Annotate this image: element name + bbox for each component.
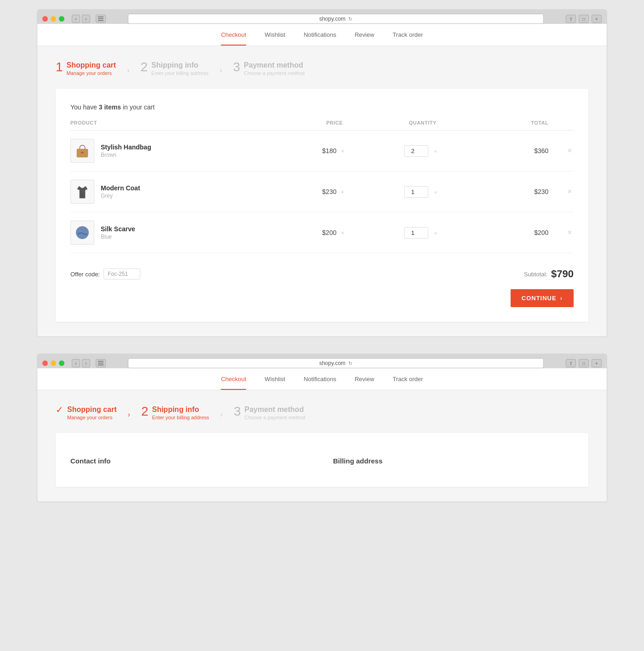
total-handbag: $360 xyxy=(534,147,548,154)
cart-summary: You have 3 items in your cart xyxy=(70,103,574,111)
dot-yellow[interactable] xyxy=(51,16,56,22)
browser-dots-1 xyxy=(42,16,64,22)
nav-notifications-2[interactable]: Notifications xyxy=(304,376,336,390)
step2-2-subtitle: Enter your billing address xyxy=(152,415,209,420)
share-icon-2[interactable]: ⇧ xyxy=(566,359,576,367)
remove-handbag[interactable]: × xyxy=(566,147,574,155)
svg-rect-7 xyxy=(98,363,104,364)
price-coat: $230 xyxy=(322,188,336,195)
back-arrow-2[interactable]: ‹ xyxy=(72,359,80,367)
refresh-icon-2[interactable]: ↻ xyxy=(348,360,352,366)
nav-review-2[interactable]: Review xyxy=(355,376,374,390)
new-tab-icon-2[interactable]: □ xyxy=(579,359,589,367)
svg-rect-0 xyxy=(98,17,104,17)
step1-title: Shopping cart xyxy=(67,61,116,69)
price-handbag: $180 xyxy=(322,147,336,154)
remove-coat[interactable]: × xyxy=(566,188,574,196)
continue-arrow-icon: › xyxy=(560,295,563,302)
price-scarf: $200 xyxy=(322,229,336,236)
nav-wishlist-1[interactable]: Wishlist xyxy=(264,31,285,46)
billing-address-section: Billing address xyxy=(333,457,574,472)
qty-scarf[interactable] xyxy=(404,227,428,239)
browser-right-icons-2: ⇧ □ + xyxy=(566,359,602,367)
dot-green-2[interactable] xyxy=(59,360,64,366)
step2-2-num: 2 xyxy=(141,405,149,418)
svg-rect-4 xyxy=(81,152,84,154)
billing-address-heading: Billing address xyxy=(333,457,574,465)
url-bar-2[interactable]: shopy.com ↻ xyxy=(128,358,544,368)
browser-right-icons: ⇧ □ + xyxy=(566,15,602,23)
step2-1-subtitle: Manage your orders xyxy=(67,415,117,420)
contact-info-heading: Contact info xyxy=(70,457,311,465)
subtotal-section: Subtotal: $790 xyxy=(524,268,574,280)
checkout-steps-1: 1 Shopping cart Manage your orders › 2 S… xyxy=(56,61,588,76)
dot-green[interactable] xyxy=(59,16,64,22)
svg-rect-6 xyxy=(98,361,104,362)
sidebar-toggle-2[interactable] xyxy=(96,359,106,367)
total-coat: $230 xyxy=(534,188,548,195)
col-quantity: QUANTITY xyxy=(372,120,473,131)
step3-num: 3 xyxy=(233,61,241,74)
url-bar-1[interactable]: shopy.com ↻ xyxy=(128,14,544,24)
step-2-shipping: 2 Shipping info Enter your billing addre… xyxy=(140,61,208,76)
equals-handbag: ＝ xyxy=(430,148,441,154)
nav-notifications-1[interactable]: Notifications xyxy=(304,31,336,46)
continue-button[interactable]: CONTINUE › xyxy=(511,289,574,307)
nav-track-1[interactable]: Track order xyxy=(393,31,423,46)
offer-code-section: Offer code: xyxy=(70,268,140,280)
table-row: Stylish Handbag Brown $180 × xyxy=(70,131,574,171)
qty-coat[interactable] xyxy=(404,186,428,198)
product-cell-handbag: Stylish Handbag Brown xyxy=(70,139,297,163)
remove-scarf[interactable]: × xyxy=(566,228,574,237)
browser-dots-2 xyxy=(42,360,64,366)
refresh-icon[interactable]: ↻ xyxy=(348,16,352,22)
dot-red-2[interactable] xyxy=(42,360,48,366)
continue-row: CONTINUE › xyxy=(70,289,574,307)
cart-card: You have 3 items in your cart PRODUCT PR… xyxy=(56,89,588,322)
url-text-1: shopy.com xyxy=(319,16,345,22)
col-price: PRICE xyxy=(297,120,372,131)
cart-footer: Offer code: Subtotal: $790 xyxy=(70,264,574,280)
offer-input[interactable] xyxy=(104,268,140,280)
share-icon[interactable]: ⇧ xyxy=(566,15,576,23)
nav-review-1[interactable]: Review xyxy=(355,31,374,46)
nav-wishlist-2[interactable]: Wishlist xyxy=(264,376,285,390)
browser-chrome-1: ‹ › shopy.com ↻ ⇧ □ + xyxy=(37,9,607,24)
step2-3-payment: 3 Payment method Choose a payment method xyxy=(234,405,305,420)
cart-summary-suffix: in your cart xyxy=(123,103,155,111)
total-scarf: $200 xyxy=(534,229,548,236)
offer-label: Offer code: xyxy=(70,271,100,278)
contact-info-section: Contact info xyxy=(70,457,311,472)
dot-yellow-2[interactable] xyxy=(51,360,56,366)
step2-arrow-2: › xyxy=(220,411,223,419)
svg-rect-8 xyxy=(98,365,104,365)
multiply-scarf: × xyxy=(338,230,347,236)
back-arrow[interactable]: ‹ xyxy=(72,15,80,23)
step-3-payment: 3 Payment method Choose a payment method xyxy=(233,61,305,76)
step2-subtitle: Enter your billing address xyxy=(151,70,208,76)
new-tab-icon[interactable]: □ xyxy=(579,15,589,23)
product-color-scarf: Blue xyxy=(101,234,135,240)
url-text-2: shopy.com xyxy=(319,360,345,366)
cart-item-count: 3 items xyxy=(99,103,121,111)
step-arrow-2: › xyxy=(219,66,222,74)
page-content-1: 1 Shopping cart Manage your orders › 2 S… xyxy=(37,46,607,337)
col-product: PRODUCT xyxy=(70,120,297,131)
cart-table: PRODUCT PRICE QUANTITY TOTAL xyxy=(70,120,574,253)
nav-checkout-1[interactable]: Checkout xyxy=(221,31,246,46)
more-icon-2[interactable]: + xyxy=(592,359,602,367)
nav-track-2[interactable]: Track order xyxy=(393,376,423,390)
dot-red[interactable] xyxy=(42,16,48,22)
product-cell-scarf: Silk Scarve Blue xyxy=(70,221,297,245)
sidebar-toggle[interactable] xyxy=(96,15,106,23)
table-row: Silk Scarve Blue $200 × xyxy=(70,212,574,253)
step2-arrow-1: › xyxy=(128,411,130,419)
browser-window-2: Checkout Wishlist Notifications Review T… xyxy=(37,368,607,502)
qty-handbag[interactable] xyxy=(404,145,428,157)
step3-title: Payment method xyxy=(244,61,305,69)
nav-checkout-2[interactable]: Checkout xyxy=(221,376,246,390)
svg-rect-1 xyxy=(98,18,104,19)
more-icon[interactable]: + xyxy=(592,15,602,23)
forward-arrow[interactable]: › xyxy=(82,15,90,23)
forward-arrow-2[interactable]: › xyxy=(82,359,90,367)
